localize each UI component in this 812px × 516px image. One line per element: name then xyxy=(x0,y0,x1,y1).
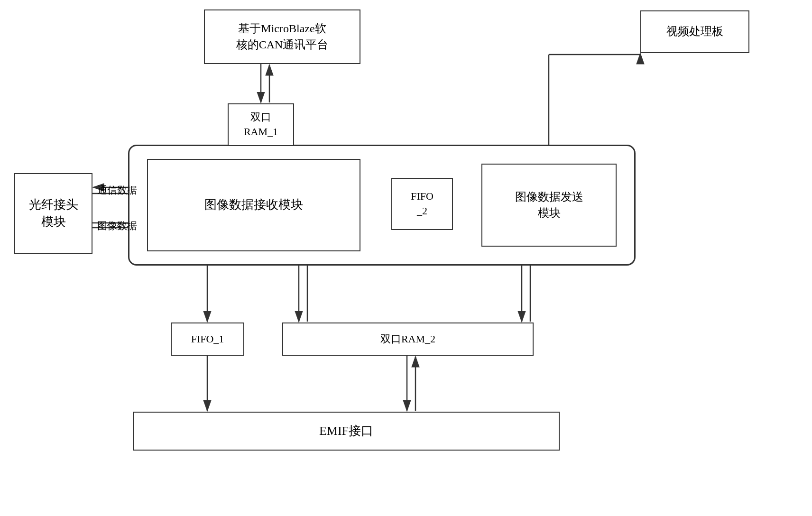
fifo1-box: FIFO_1 xyxy=(171,322,244,356)
diagram: 基于MicroBlaze软 核的CAN通讯平台 双口 RAM_1 光纤接头模块 … xyxy=(0,0,812,516)
fifo1-label: FIFO_1 xyxy=(191,332,224,347)
optical-box: 光纤接头模块 xyxy=(14,173,92,254)
fifo2-label: FIFO_2 xyxy=(411,189,434,219)
comm-data-label: 通信数据 xyxy=(97,184,137,197)
dual-ram1-box: 双口 RAM_1 xyxy=(228,103,294,146)
image-send-label: 图像数据发送模块 xyxy=(515,189,583,221)
optical-label: 光纤接头模块 xyxy=(29,196,78,231)
video-board-box: 视频处理板 xyxy=(640,10,749,53)
microblaze-label: 基于MicroBlaze软 核的CAN通讯平台 xyxy=(236,21,329,53)
emif-label: EMIF接口 xyxy=(319,423,373,440)
video-board-label: 视频处理板 xyxy=(666,24,723,40)
image-receive-label: 图像数据接收模块 xyxy=(204,196,303,213)
emif-box: EMIF接口 xyxy=(133,412,560,451)
dual-ram2-label: 双口RAM_2 xyxy=(380,332,435,347)
image-send-box: 图像数据发送模块 xyxy=(481,164,617,247)
image-receive-box: 图像数据接收模块 xyxy=(147,159,360,251)
image-data-label: 图像数据 xyxy=(97,219,137,232)
dual-ram2-box: 双口RAM_2 xyxy=(282,322,534,356)
microblaze-box: 基于MicroBlaze软 核的CAN通讯平台 xyxy=(204,9,360,64)
fifo2-box: FIFO_2 xyxy=(391,178,453,230)
dual-ram1-label: 双口 RAM_1 xyxy=(244,110,278,139)
